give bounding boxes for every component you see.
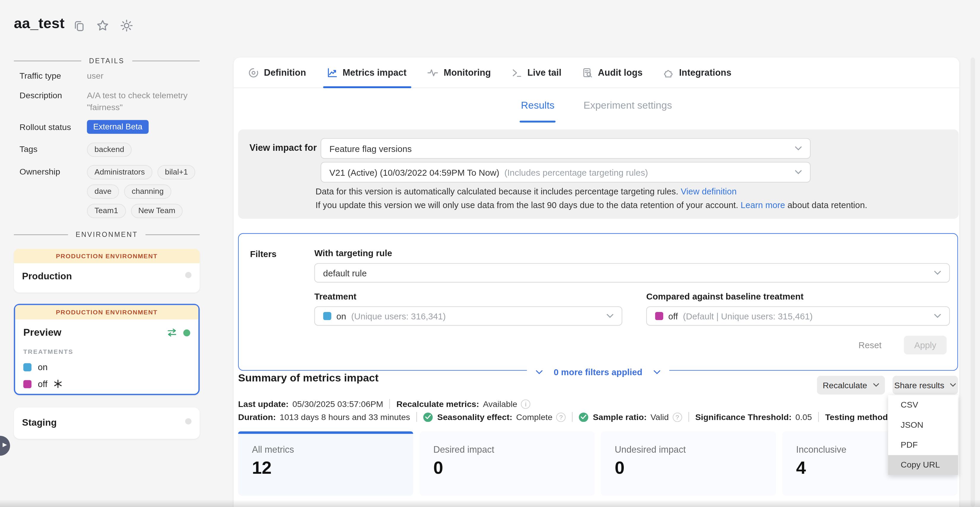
- app-window: aa_test DETAILS: [0, 0, 980, 507]
- summary-title: Summary of metrics impact: [238, 372, 379, 384]
- reset-button[interactable]: Reset: [858, 340, 881, 350]
- chevron-down-icon: [934, 271, 941, 275]
- owner-pill[interactable]: channing: [124, 184, 172, 199]
- divider: [572, 412, 573, 422]
- chevron-down-icon: [795, 170, 802, 175]
- copy-icon[interactable]: [72, 19, 85, 32]
- gear-icon[interactable]: [121, 19, 133, 32]
- owner-pill[interactable]: New Team: [131, 204, 183, 218]
- more-filters-label: 0 more filters applied: [554, 367, 643, 377]
- details-section-header: DETAILS: [14, 57, 200, 64]
- share-results-label: Share results: [894, 381, 944, 390]
- page-title: aa_test: [14, 15, 65, 32]
- metric-card-desired-impact[interactable]: Desired impact 0: [419, 431, 594, 496]
- metric-card-all-metrics[interactable]: All metrics 12: [238, 431, 413, 496]
- divider: [689, 412, 689, 422]
- menu-item-copy-url[interactable]: Copy URL: [888, 455, 958, 475]
- traffic-type-row: Traffic type user: [14, 70, 200, 83]
- subtab-experiment-settings[interactable]: Experiment settings: [584, 100, 672, 118]
- tag-pill[interactable]: backend: [87, 142, 132, 157]
- version-value: V21 (Active) (10/03/2022 04:59PM To Now): [329, 167, 500, 177]
- duration-label: Duration:: [238, 412, 276, 422]
- vertical-scrollbar[interactable]: [970, 57, 975, 507]
- menu-item-pdf[interactable]: PDF: [888, 435, 958, 455]
- owner-pill[interactable]: Team1: [87, 204, 126, 218]
- owner-pill[interactable]: bilal+1: [158, 165, 196, 179]
- owner-pill[interactable]: Administrators: [87, 165, 153, 179]
- status-dot-green: [183, 329, 190, 336]
- share-results-button[interactable]: Share results: [892, 376, 958, 394]
- environment-card-preview[interactable]: PRODUCTION ENVIRONMENT Preview TREATMENT…: [14, 304, 200, 395]
- question-icon[interactable]: ?: [672, 412, 682, 422]
- description-row: Description A/A test to check telemetry …: [14, 89, 200, 113]
- chevron-down-icon: [934, 314, 941, 318]
- note-text: Data for this version is automatically c…: [316, 187, 678, 196]
- rollout-status-row: Rollout status External Beta: [14, 120, 200, 134]
- more-filters-toggle[interactable]: 0 more filters applied: [527, 367, 670, 377]
- recalc-metrics-value: Available: [483, 399, 517, 409]
- baseline-value: off: [668, 311, 678, 321]
- targeting-rule-dropdown[interactable]: default rule: [314, 263, 950, 282]
- baseline-value-note: (Default | Unique users: 315,461): [683, 311, 813, 321]
- summary-meta-line-2: Duration: 1013 days 8 hours and 33 minut…: [238, 412, 956, 422]
- subtab-results[interactable]: Results: [521, 100, 554, 118]
- impact-type-dropdown[interactable]: Feature flag versions: [321, 138, 811, 158]
- tab-live-tail[interactable]: Live tail: [512, 57, 562, 88]
- treatment-name: on: [38, 362, 48, 372]
- view-definition-link[interactable]: View definition: [681, 187, 737, 196]
- metric-summary-cards: All metrics 12 Desired impact 0 Undesire…: [238, 431, 958, 496]
- sidebar-collapse-handle[interactable]: ▶: [0, 436, 10, 456]
- treatment-value: on: [336, 311, 346, 321]
- bottom-scroll-edge: [0, 500, 980, 507]
- tab-integrations[interactable]: Integrations: [663, 57, 731, 88]
- tab-label: Audit logs: [598, 67, 643, 78]
- learn-more-link[interactable]: Learn more: [741, 201, 785, 210]
- recalculate-button[interactable]: Recalculate: [817, 376, 885, 394]
- treatment-on-swatch: [323, 312, 331, 320]
- chevron-down-icon: [873, 383, 879, 387]
- treatment-name: off: [38, 379, 48, 389]
- metric-card-value: 0: [615, 458, 625, 478]
- sample-ratio-label: Sample ratio:: [593, 412, 647, 422]
- treatments-label: TREATMENTS: [24, 348, 191, 355]
- version-note-2: If you update this version we will only …: [316, 201, 867, 210]
- tab-audit-logs[interactable]: Audit logs: [582, 57, 643, 88]
- tab-label: Metrics impact: [343, 67, 407, 78]
- treatment-off-swatch: [655, 312, 663, 320]
- baseline-dropdown[interactable]: off (Default | Unique users: 315,461): [646, 306, 950, 326]
- version-dropdown[interactable]: V21 (Active) (10/03/2022 04:59PM To Now)…: [321, 162, 811, 182]
- environment-card-staging[interactable]: Staging: [14, 408, 200, 439]
- description-label: Description: [14, 89, 87, 113]
- view-impact-box: View impact for Feature flag versions V2…: [238, 129, 959, 219]
- significance-label: Significance Threshold:: [695, 412, 792, 422]
- summary-meta-line-1: Last update: 05/30/2025 03:57:06PM Recal…: [238, 399, 956, 409]
- chevron-down-icon: [606, 314, 613, 318]
- menu-item-json[interactable]: JSON: [888, 415, 958, 435]
- tab-monitoring[interactable]: Monitoring: [427, 57, 491, 88]
- treatment-dropdown[interactable]: on (Unique users: 316,341): [314, 306, 622, 326]
- integrations-puzzle-icon: [663, 67, 674, 78]
- main-panel: Definition Metrics impact Monitoring: [234, 57, 959, 507]
- metric-card-undesired-impact[interactable]: Undesired impact 0: [601, 431, 776, 496]
- environment-card-production[interactable]: PRODUCTION ENVIRONMENT Production: [14, 249, 200, 292]
- chevron-down-icon: [535, 370, 542, 374]
- description-value: A/A test to check telemetry "fairness": [87, 89, 200, 113]
- environment-name: Production: [22, 271, 191, 281]
- apply-button[interactable]: Apply: [904, 336, 947, 354]
- info-icon[interactable]: i: [521, 399, 531, 409]
- recalculate-label: Recalculate: [823, 381, 867, 390]
- tab-metrics-impact[interactable]: Metrics impact: [327, 57, 407, 88]
- metric-card-label: Inconclusive: [796, 444, 846, 454]
- check-circle-icon: [579, 412, 589, 422]
- seasonality-label: Seasonality effect:: [437, 412, 512, 422]
- favorite-star-icon[interactable]: [96, 19, 109, 32]
- owner-pill[interactable]: dave: [87, 184, 119, 199]
- question-icon[interactable]: ?: [557, 412, 566, 422]
- tab-definition[interactable]: Definition: [248, 57, 306, 88]
- environment-section-header: ENVIRONMENT: [14, 231, 200, 238]
- menu-item-csv[interactable]: CSV: [888, 395, 958, 415]
- chevron-down-icon: [950, 383, 956, 387]
- view-impact-label: View impact for: [250, 142, 317, 153]
- treatment-label: Treatment: [314, 291, 356, 301]
- metric-card-value: 0: [433, 458, 443, 478]
